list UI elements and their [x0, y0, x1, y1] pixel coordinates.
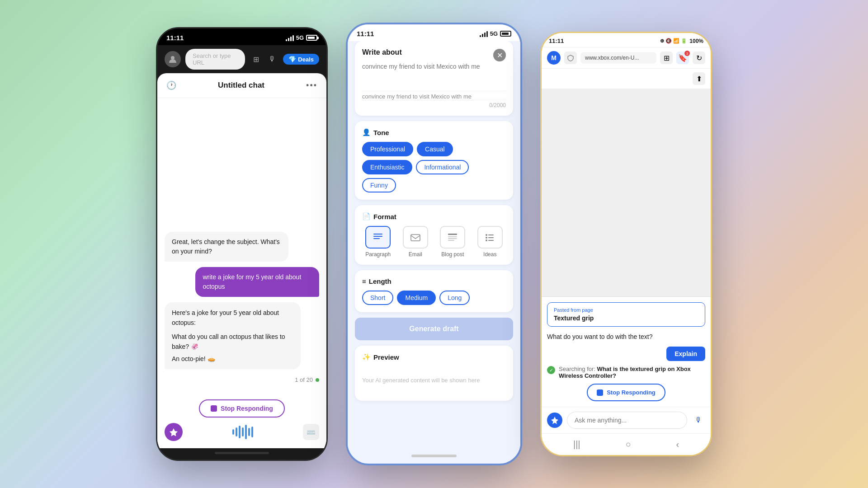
battery-pct: 100%: [689, 38, 703, 44]
explain-button[interactable]: Explain: [666, 347, 705, 361]
write-textarea[interactable]: [362, 62, 506, 89]
nav-home[interactable]: ○: [625, 439, 631, 450]
svg-rect-7: [448, 238, 457, 239]
stop-responding-button[interactable]: Stop Responding: [199, 399, 285, 418]
scan-icon[interactable]: ⊞: [250, 53, 262, 66]
search-icons: ⊞ 🎙: [250, 53, 278, 66]
search-bar[interactable]: Search or type URL: [185, 49, 245, 70]
tone-icon: 👤: [362, 128, 371, 136]
chip-enthusiastic[interactable]: Enthusiastic: [362, 160, 412, 174]
url-bar[interactable]: www.xbox.com/en-U...: [580, 52, 656, 64]
format-ideas-label: Ideas: [483, 251, 496, 258]
wave-bar: [236, 427, 237, 436]
nav-recent[interactable]: |||: [573, 439, 580, 450]
message-sent-1: write a joke for my 5 year old about oct…: [195, 267, 319, 297]
format-email[interactable]: Email: [403, 226, 428, 258]
format-email-icon: [403, 226, 428, 249]
wave-bar: [248, 428, 250, 436]
svg-rect-5: [448, 234, 457, 235]
svg-point-9: [486, 234, 487, 236]
write-about-card: Write about ✕ convince my friend to visi…: [355, 41, 513, 116]
signal-icon-2: [480, 31, 488, 37]
phone1-network: 5G: [296, 34, 304, 41]
close-button[interactable]: ✕: [493, 49, 506, 61]
deals-button[interactable]: 💎 Deals: [283, 54, 319, 65]
svg-rect-6: [448, 236, 457, 237]
phone2-status-bar: 11:11 5G: [348, 24, 520, 41]
preview-placeholder: Your AI generated content will be shown …: [362, 366, 506, 394]
preview-card: ✨ Preview Your AI generated content will…: [355, 346, 513, 401]
format-paragraph[interactable]: Paragraph: [365, 226, 391, 258]
joke-response: Here's a joke for your 5 year old about …: [165, 302, 301, 369]
keyboard-icon[interactable]: ⌨️: [303, 424, 319, 440]
signal-icon: [286, 35, 294, 41]
deals-label: Deals: [298, 56, 314, 63]
copilot-button[interactable]: [165, 423, 183, 441]
write-placeholder-text: convince my friend to visit Mexico with …: [362, 91, 506, 100]
message-received-1: Great, let's change the subject. What's …: [165, 232, 288, 262]
char-count: 0/2000: [362, 100, 506, 108]
phone2-home-indicator: [411, 455, 457, 457]
phone1-status-bar: 11:11 5G: [157, 28, 326, 45]
extra-icons: ⊕ 🔇 📶 🔋: [660, 38, 687, 44]
phone1-browser-bar: Search or type URL ⊞ 🎙 💎 Deals: [157, 45, 326, 73]
extensions-icon[interactable]: 🔖 3: [676, 52, 689, 64]
preview-icon: ✨: [362, 353, 371, 361]
svg-rect-14: [488, 240, 494, 241]
searching-row: ✓ Searching for: What is the textured gr…: [547, 366, 705, 379]
chat-title: Untitled chat: [218, 81, 264, 90]
voice-wave: [183, 425, 303, 439]
chip-medium[interactable]: Medium: [397, 291, 436, 305]
chip-informational[interactable]: Informational: [416, 160, 469, 174]
battery-icon: [306, 35, 317, 41]
phone3-status-right: ⊕ 🔇 📶 🔋 100%: [660, 38, 703, 44]
wave-bar: [251, 427, 253, 437]
format-ideas[interactable]: Ideas: [477, 226, 503, 258]
svg-point-11: [486, 237, 487, 239]
history-icon[interactable]: 🕐: [166, 80, 176, 90]
nav-back[interactable]: ‹: [676, 439, 679, 450]
format-paragraph-label: Paragraph: [365, 251, 391, 258]
share-icon[interactable]: ⬆: [693, 72, 705, 85]
phone3-browser-bar: M www.xbox.com/en-U... ⊞ 🔖 3 ↻: [542, 47, 711, 69]
format-section-title: 📄 Format: [362, 212, 506, 221]
chip-funny[interactable]: Funny: [362, 178, 396, 192]
preview-title: ✨ Preview: [362, 353, 506, 361]
mic-icon[interactable]: 🎙: [266, 53, 278, 66]
stop-icon: [211, 405, 217, 412]
tabs-icon[interactable]: ⊞: [660, 52, 673, 64]
pasted-content: Textured grip: [554, 314, 698, 322]
status-dot: [316, 378, 319, 382]
format-paragraph-icon: [365, 226, 391, 249]
phone-1: 11:11 5G Search or type URL ⊞: [156, 27, 328, 461]
pasted-label: Pasted from page: [554, 307, 698, 313]
format-blog[interactable]: Blog post: [440, 226, 465, 258]
home-indicator: [215, 452, 269, 454]
mic-button[interactable]: 🎙: [692, 413, 705, 427]
chip-long[interactable]: Long: [439, 291, 470, 305]
chip-professional[interactable]: Professional: [362, 142, 413, 156]
phone3-status-bar: 11:11 ⊕ 🔇 📶 🔋 100%: [542, 33, 711, 47]
response-counter: 1 of 20: [165, 375, 319, 385]
share-bar: ⬆: [542, 69, 711, 89]
phone3-time: 11:11: [549, 38, 564, 44]
phone3-navigation: ||| ○ ‹: [542, 433, 711, 455]
pasted-card: Pasted from page Textured grip: [547, 302, 705, 327]
svg-rect-4: [411, 235, 420, 241]
chip-short[interactable]: Short: [362, 291, 393, 305]
more-icon[interactable]: •••: [306, 81, 317, 90]
searching-prefix: Searching for:: [559, 366, 597, 372]
format-blog-label: Blog post: [441, 251, 464, 258]
stop-responding-button-3[interactable]: Stop Responding: [587, 384, 665, 401]
generate-draft-button[interactable]: Generate draft: [355, 318, 513, 340]
refresh-icon[interactable]: ↻: [693, 52, 705, 64]
format-blog-icon: [440, 226, 465, 249]
format-email-label: Email: [409, 251, 422, 258]
chip-casual[interactable]: Casual: [417, 142, 453, 156]
browser-user-avatar[interactable]: M: [547, 51, 561, 65]
ask-input[interactable]: [567, 412, 687, 429]
wave-bar: [239, 426, 241, 438]
wave-bar: [242, 427, 244, 436]
phone-2: 11:11 5G Write about ✕ convince my frien…: [346, 23, 522, 465]
phone1-status-right: 5G: [286, 34, 317, 41]
